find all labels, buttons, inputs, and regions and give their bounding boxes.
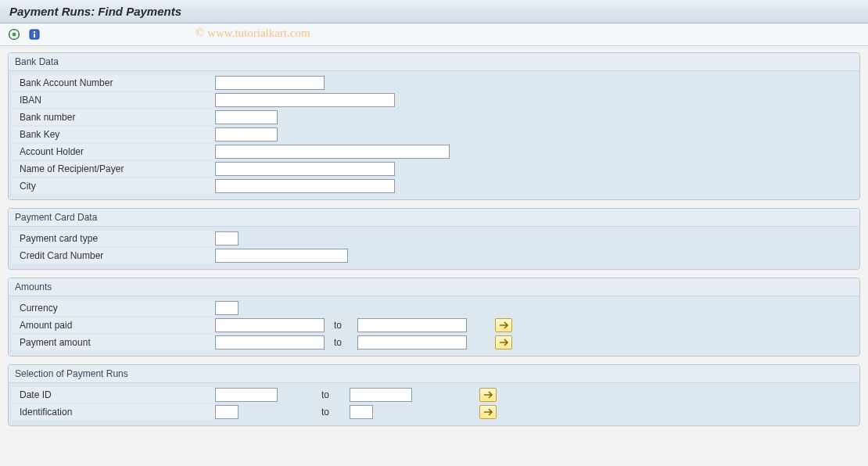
execute-icon	[8, 28, 20, 41]
date-id-to-input[interactable]	[350, 388, 412, 402]
bank-number-input[interactable]	[215, 110, 278, 124]
multiple-selection-icon	[499, 339, 508, 346]
label-amount-paid: Amount paid	[12, 317, 215, 333]
multiple-selection-icon	[483, 408, 493, 416]
to-text: to	[329, 320, 353, 331]
account-holder-input[interactable]	[215, 145, 450, 159]
payment-amount-range-button[interactable]	[495, 335, 512, 350]
label-payment-amount: Payment amount	[12, 335, 215, 350]
label-bank-key: Bank Key	[12, 127, 215, 142]
label-date-id: Date ID	[12, 387, 215, 403]
info-button[interactable]	[27, 27, 42, 42]
group-title-amounts: Amounts	[9, 278, 859, 296]
amount-paid-range-button[interactable]	[495, 318, 512, 332]
identification-range-button[interactable]	[479, 405, 497, 419]
label-bank-number: Bank number	[12, 109, 215, 125]
identification-to-input[interactable]	[350, 405, 373, 419]
date-id-range-button[interactable]	[479, 388, 497, 402]
multiple-selection-icon	[483, 391, 493, 399]
group-payment-card: Payment Card Data Payment card type Cred…	[8, 208, 860, 270]
label-bank-account-number: Bank Account Number	[12, 75, 215, 91]
group-amounts: Amounts Currency Amount paid to Payment …	[8, 278, 860, 357]
execute-button[interactable]	[6, 27, 22, 42]
to-text: to	[282, 389, 345, 400]
group-title-bank-data: Bank Data	[9, 53, 859, 71]
label-iban: IBAN	[12, 92, 215, 108]
svg-rect-7	[34, 31, 35, 33]
label-card-type: Payment card type	[12, 231, 215, 246]
payment-amount-from-input[interactable]	[215, 335, 325, 350]
payment-amount-to-input[interactable]	[357, 335, 467, 350]
to-text: to	[329, 337, 353, 348]
multiple-selection-icon	[499, 321, 508, 329]
info-icon	[28, 28, 41, 41]
group-title-payment-card: Payment Card Data	[9, 209, 859, 227]
identification-from-input[interactable]	[215, 405, 239, 419]
label-account-holder: Account Holder	[12, 144, 215, 160]
card-number-input[interactable]	[215, 249, 348, 263]
to-text: to	[243, 407, 345, 418]
iban-input[interactable]	[215, 93, 395, 107]
watermark: © www.tutorialkart.com	[195, 27, 310, 40]
group-title-selection: Selection of Payment Runs	[9, 365, 859, 383]
label-recipient-payer: Name of Recipient/Payer	[12, 161, 215, 177]
currency-input[interactable]	[215, 301, 239, 315]
card-type-input[interactable]	[215, 231, 239, 246]
label-identification: Identification	[12, 404, 215, 420]
svg-rect-8	[34, 34, 35, 38]
label-card-number: Credit Card Number	[12, 248, 215, 263]
label-city: City	[12, 178, 215, 194]
group-selection: Selection of Payment Runs Date ID to Ide…	[8, 364, 860, 426]
page-title: Payment Runs: Find Payments	[0, 0, 868, 23]
content-area: Bank Data Bank Account Number IBAN Bank …	[0, 46, 868, 440]
amount-paid-from-input[interactable]	[215, 318, 325, 332]
label-currency: Currency	[12, 300, 215, 316]
date-id-from-input[interactable]	[215, 388, 278, 402]
recipient-payer-input[interactable]	[215, 162, 395, 176]
city-input[interactable]	[215, 179, 395, 193]
bank-key-input[interactable]	[215, 127, 278, 142]
toolbar: © www.tutorialkart.com	[0, 23, 868, 46]
amount-paid-to-input[interactable]	[357, 318, 467, 332]
bank-account-number-input[interactable]	[215, 76, 325, 90]
group-bank-data: Bank Data Bank Account Number IBAN Bank …	[8, 52, 860, 200]
svg-point-1	[13, 33, 16, 37]
